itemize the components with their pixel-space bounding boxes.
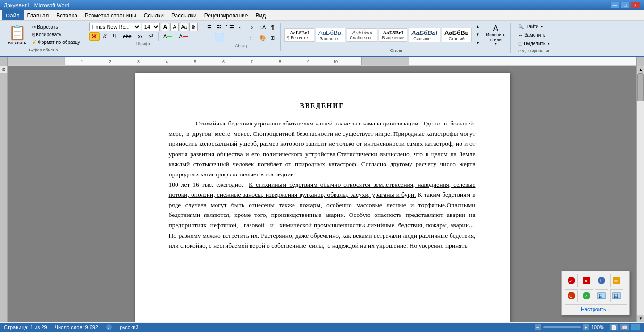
find-dropdown: ▼ xyxy=(540,25,544,28)
align-left-btn[interactable]: ≡ xyxy=(205,33,214,42)
edit-group-content: 🔍 Найти ▼ ↔ Заменить ⬚ Выделить ▼ xyxy=(515,23,553,48)
change-styles-button[interactable]: A Изменитьстили ▼ xyxy=(484,23,508,47)
shading-btn[interactable]: 🎨 xyxy=(258,33,268,42)
zoom-slider[interactable] xyxy=(543,326,581,328)
justify-btn[interactable]: ≡ xyxy=(234,33,244,42)
scroll-down-btn[interactable]: ▼ xyxy=(637,315,644,322)
notif-icon-3[interactable]: i xyxy=(595,274,608,287)
copy-button[interactable]: ⎘ Копировать xyxy=(30,31,82,38)
scroll-thumb[interactable] xyxy=(637,73,644,101)
clipboard-content: 📋 Вставить ✂ Вырезать ⎘ Копировать 🖌 Фор… xyxy=(5,23,82,47)
notif-icon-4[interactable]: ✏ xyxy=(610,274,623,287)
font-name-select[interactable]: Times New Ro... xyxy=(89,23,141,31)
minimize-btn[interactable]: — xyxy=(610,2,619,8)
spell-check-icon[interactable]: ✓ xyxy=(106,324,112,331)
increase-indent-btn[interactable]: ⇒ xyxy=(246,23,256,32)
brush-icon: 🖌 xyxy=(32,40,37,45)
paste-button[interactable]: 📋 Вставить xyxy=(5,23,29,47)
doc-scroll-area[interactable]: ВВЕДЕНИЕ Стихийные бедствия угрожают оби… xyxy=(8,66,636,322)
underline-button[interactable]: Ч xyxy=(110,32,119,41)
zoom-minus-btn[interactable]: − xyxy=(535,324,541,331)
styles-up-btn[interactable]: ▲ xyxy=(473,23,483,31)
svg-text:✓: ✓ xyxy=(569,278,573,283)
styles-row: АаБбВвI ¶ Без инте... АаБбВв. Заголово..… xyxy=(284,23,508,47)
highlight-bar xyxy=(167,36,172,37)
underline-text-2: Статистически xyxy=(337,150,377,158)
borders-btn[interactable]: ⊞ xyxy=(268,33,277,42)
italic-button[interactable]: К xyxy=(100,32,109,41)
scroll-up-btn[interactable]: ▲ xyxy=(637,66,644,73)
menu-view[interactable]: Вид xyxy=(251,10,269,20)
select-icon: ⬚ xyxy=(518,41,522,46)
replace-button[interactable]: ↔ Заменить xyxy=(515,31,553,39)
underline-disasters: К стихийным бедствиям обычно относятся з… xyxy=(169,181,476,199)
style-subtle[interactable]: АаБбВвI Слабое вы... xyxy=(347,28,377,42)
language-text: русский xyxy=(120,324,138,330)
select-button[interactable]: ⬚ Выделить ▼ xyxy=(515,40,553,48)
align-center-btn[interactable]: ≡ xyxy=(215,33,224,42)
view-web-btn[interactable]: 🌐 xyxy=(631,324,640,331)
menu-mailings[interactable]: Рассылки xyxy=(167,10,201,20)
notif-icon-7[interactable]: 🖼 xyxy=(595,289,608,302)
zoom-plus-btn[interactable]: + xyxy=(583,324,589,331)
menu-review[interactable]: Рецензирование xyxy=(201,10,252,20)
clear-format-btn[interactable]: 🗑 xyxy=(189,23,198,31)
style-strong[interactable]: АаБбВвI Сильное ... xyxy=(409,28,440,42)
bold-button[interactable]: Ж xyxy=(89,32,100,41)
style-emphasis[interactable]: АаБбВвI Выделение xyxy=(379,28,407,42)
underline-dangerous: Опасными xyxy=(446,201,475,208)
cut-button[interactable]: ✂ Вырезать xyxy=(30,24,82,31)
view-reading-btn[interactable]: 📖 xyxy=(620,324,629,331)
find-button[interactable]: 🔍 Найти ▼ xyxy=(515,23,553,31)
subscript-button[interactable]: x₂ xyxy=(135,32,145,41)
menu-layout[interactable]: Разметка страницы xyxy=(81,10,140,20)
svg-text:✕: ✕ xyxy=(584,278,588,283)
maximize-btn[interactable]: □ xyxy=(620,2,630,8)
replace-icon: ↔ xyxy=(518,33,523,38)
notif-icon-5[interactable]: C xyxy=(565,289,578,302)
ruler-toggle[interactable]: ⊠ xyxy=(0,66,8,73)
select-dropdown: ▼ xyxy=(547,42,550,45)
font-color-btn[interactable]: А xyxy=(176,32,191,41)
notif-icon-8[interactable]: 🖼 xyxy=(610,289,623,302)
doc-area: ⊠ ВВЕДЕНИЕ Стихийные бедствия угрожают о… xyxy=(0,66,644,322)
align-right-btn[interactable]: ≡ xyxy=(225,33,234,42)
font-grow-btn[interactable]: А xyxy=(161,23,169,31)
menu-insert[interactable]: Вставка xyxy=(52,10,81,20)
line-spacing-btn[interactable]: ↕ xyxy=(246,33,256,42)
style-heading1[interactable]: АаБбВв. Заголово... xyxy=(316,28,345,42)
menu-home[interactable]: Главная xyxy=(24,10,53,20)
superscript-button[interactable]: x² xyxy=(146,32,156,41)
close-btn[interactable]: ✕ xyxy=(631,2,640,8)
notif-icon-6[interactable]: ✓ xyxy=(580,289,593,302)
numbering-btn[interactable]: ☷ xyxy=(215,23,224,32)
style-strict[interactable]: АаБбВв Строгий xyxy=(442,28,472,42)
format-paint-button[interactable]: 🖌 Формат по образцу xyxy=(30,39,82,46)
style-normal[interactable]: АаБбВвI ¶ Без инте... xyxy=(284,28,314,42)
copy-icon: ⎘ xyxy=(32,32,35,37)
strikethrough-button[interactable]: abc xyxy=(120,32,134,41)
menu-references[interactable]: Ссылки xyxy=(140,10,167,20)
view-normal-btn[interactable]: 📄 xyxy=(609,324,619,331)
svg-rect-2 xyxy=(361,57,409,65)
styles-more-btn[interactable]: ▾ xyxy=(473,39,483,47)
title-controls: — □ ✕ xyxy=(610,2,640,8)
svg-text:🖼: 🖼 xyxy=(614,294,618,299)
aa-btn[interactable]: Аа xyxy=(180,23,188,31)
font-shrink-btn[interactable]: А xyxy=(170,23,179,31)
decrease-indent-btn[interactable]: ⇐ xyxy=(236,23,246,32)
svg-text:6: 6 xyxy=(222,59,225,64)
font-size-select[interactable]: 14 xyxy=(142,23,160,31)
underline-disasters2: Стихийные xyxy=(363,222,394,229)
menu-file[interactable]: Файл xyxy=(2,10,24,20)
notif-icon-2[interactable]: ✕ xyxy=(580,274,593,287)
pilcrow-btn[interactable]: ¶ xyxy=(268,23,277,32)
configure-button[interactable]: Настроить... xyxy=(565,307,627,312)
styles-down-btn[interactable]: ▼ xyxy=(473,31,483,39)
bullets-btn[interactable]: ☰ xyxy=(205,23,214,32)
multilevel-btn[interactable]: ⋮☰ xyxy=(225,23,234,32)
highlight-color-btn[interactable]: А xyxy=(160,32,175,41)
notif-icon-1[interactable]: ✓ xyxy=(565,274,578,287)
sort-btn[interactable]: ↕A xyxy=(258,23,268,32)
scroll-track[interactable] xyxy=(637,73,644,315)
